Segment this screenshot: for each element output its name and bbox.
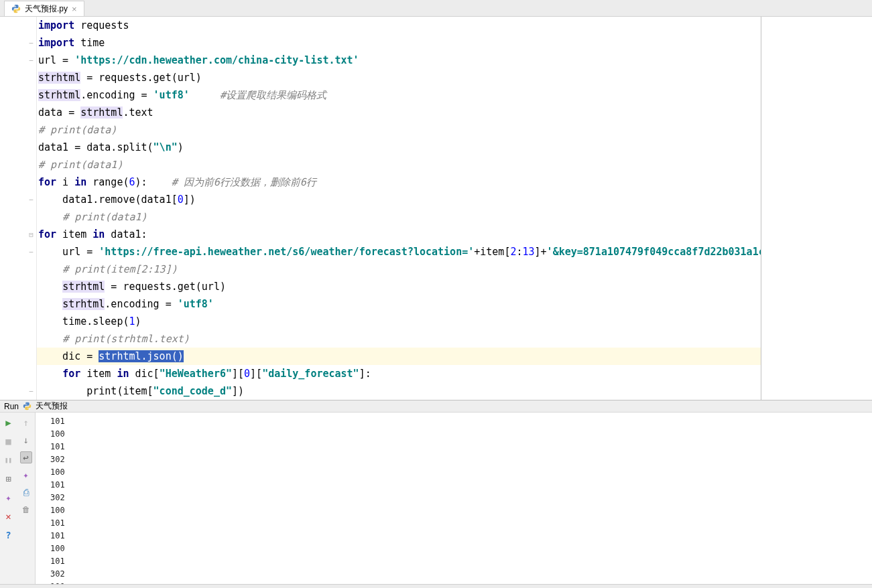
help-button[interactable]: ? (3, 529, 15, 541)
print-button[interactable]: ⎙ (20, 486, 32, 498)
fold-icon[interactable]: − (27, 196, 35, 204)
scroll-end-button[interactable]: ✦ (20, 469, 32, 481)
rerun-button[interactable]: ▶ (3, 417, 15, 429)
fold-icon[interactable]: − (27, 57, 35, 64)
console-line: 101 (50, 530, 872, 542)
fold-icon[interactable]: − (27, 248, 35, 256)
selection: strhtml.json() (99, 350, 183, 362)
fold-icon[interactable]: − (27, 40, 35, 47)
console-line: 100 (50, 542, 872, 555)
close-run-button[interactable]: ✕ (3, 510, 15, 522)
console-line: 100 (50, 504, 872, 517)
console-line: 101 (50, 555, 872, 568)
console-line: 101 (50, 517, 872, 530)
soft-wrap-button[interactable]: ↩ (20, 451, 32, 463)
editor-margin (761, 17, 872, 400)
close-icon[interactable]: × (72, 4, 77, 14)
console-line: 302 (50, 492, 872, 504)
editor-area: −−−⊟−− import requests import time url =… (0, 17, 872, 400)
run-script-name: 天气预报 (36, 400, 68, 412)
console-line: 101 (50, 441, 872, 453)
console-line: 101 (50, 479, 872, 492)
wand-button[interactable]: ✦ (3, 492, 15, 504)
layout-button[interactable]: ⊞ (3, 473, 15, 485)
console-line: 101 (50, 415, 872, 428)
up-button[interactable]: ↑ (20, 417, 32, 429)
console-line: 302 (50, 568, 872, 581)
console-line: 100 (50, 428, 872, 441)
run-label: Run (4, 402, 19, 411)
run-toolbar-secondary: ↑ ↓ ↩ ✦ ⎙ 🗑 (17, 413, 36, 588)
current-line: dic = strhtml.json() (37, 348, 761, 365)
tab-bar: 天气预报.py × (0, 0, 872, 17)
clear-all-button[interactable]: 🗑 (20, 504, 32, 516)
down-button[interactable]: ↓ (20, 434, 32, 446)
stop-button[interactable]: ■ (3, 435, 15, 447)
python-icon (23, 402, 32, 411)
fold-icon[interactable]: − (27, 388, 35, 395)
editor-tab[interactable]: 天气预报.py × (4, 1, 84, 16)
pause-button[interactable]: ❚❚ (3, 454, 15, 466)
code-editor[interactable]: import requests import time url = 'https… (37, 17, 761, 400)
svg-point-0 (15, 5, 15, 6)
gutter[interactable]: −−−⊟−− (0, 17, 37, 400)
console-line: 302 (50, 453, 872, 466)
console-output[interactable]: 1011001013021001013021001011011001013021… (36, 413, 872, 588)
fold-icon[interactable]: ⊟ (27, 231, 35, 238)
run-panel-header[interactable]: Run 天气预报 (0, 400, 872, 413)
run-toolbar-primary: ▶ ■ ❚❚ ⊞ ✦ ✕ ? (0, 413, 17, 588)
console-line: 100 (50, 466, 872, 479)
python-file-icon (11, 4, 21, 13)
status-bar (0, 584, 872, 588)
svg-point-1 (17, 11, 17, 12)
tab-filename: 天气预报.py (25, 3, 68, 15)
run-tool-window: Run 天气预报 ▶ ■ ❚❚ ⊞ ✦ ✕ ? ↑ ↓ ↩ ✦ ⎙ 🗑 (0, 400, 872, 584)
